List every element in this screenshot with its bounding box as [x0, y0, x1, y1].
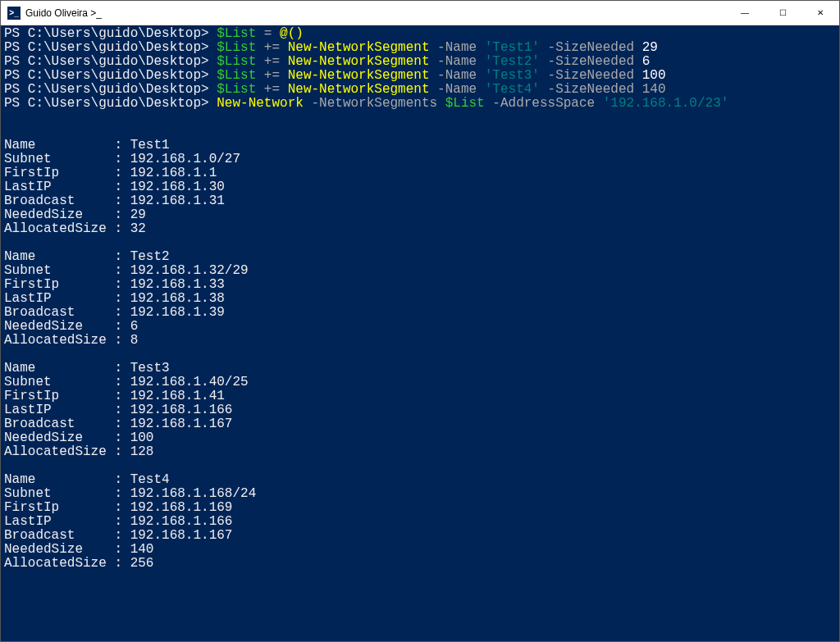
close-icon: ✕ [817, 8, 824, 17]
terminal-area[interactable]: PS C:\Users\guido\Desktop> $List = @() P… [1, 25, 839, 641]
powershell-icon: >_ [7, 7, 21, 20]
param-name: -Name [430, 40, 485, 55]
string: 'Test4' [485, 82, 540, 97]
operator: += [256, 54, 287, 69]
string: 'Test2' [485, 54, 540, 69]
close-button[interactable]: ✕ [801, 1, 839, 25]
param-name: -SizeNeeded [540, 82, 642, 97]
cmdlet: New-NetworkSegment [288, 40, 430, 55]
variable: $List [217, 40, 256, 55]
operator: += [256, 40, 287, 55]
cmdlet: New-NetworkSegment [288, 82, 430, 97]
prompt: PS C:\Users\guido\Desktop> [4, 82, 217, 97]
number: 29 [642, 40, 658, 55]
operator: += [256, 82, 287, 97]
minimize-button[interactable]: — [726, 1, 764, 25]
cmdlet: New-NetworkSegment [288, 54, 430, 69]
param-name: -SizeNeeded [540, 68, 642, 83]
window-controls: — ☐ ✕ [726, 1, 839, 25]
variable: $List [217, 54, 256, 69]
string: 'Test3' [485, 68, 540, 83]
maximize-button[interactable]: ☐ [764, 1, 801, 25]
prompt: PS C:\Users\guido\Desktop> [4, 68, 217, 83]
prompt: PS C:\Users\guido\Desktop> [4, 40, 217, 55]
param-name: -Name [430, 82, 485, 97]
string: 'Test1' [485, 40, 540, 55]
string: '192.168.1.0/23' [603, 96, 729, 111]
titlebar[interactable]: >_ Guido Oliveira >_ — ☐ ✕ [1, 1, 839, 25]
window-title: Guido Oliveira >_ [25, 7, 726, 19]
maximize-icon: ☐ [779, 8, 787, 17]
operator: += [256, 68, 287, 83]
variable: $List [217, 26, 256, 41]
param-name: -Name [430, 54, 485, 69]
operator: = [256, 26, 280, 41]
param-name: -NetworkSegments [304, 96, 445, 111]
param-name: -Name [430, 68, 485, 83]
cmdlet: New-Network [217, 96, 304, 111]
param-name: -SizeNeeded [540, 40, 642, 55]
variable: $List [217, 68, 256, 83]
number: 6 [642, 54, 651, 69]
array-literal: @() [280, 26, 304, 41]
number: 100 [642, 68, 666, 83]
prompt: PS C:\Users\guido\Desktop> [4, 26, 217, 41]
output-block: Name : Test1 Subnet : 192.168.1.0/27 Fir… [4, 138, 256, 571]
prompt: PS C:\Users\guido\Desktop> [4, 96, 217, 111]
cmdlet: New-NetworkSegment [288, 68, 430, 83]
number: 140 [642, 82, 666, 97]
prompt: PS C:\Users\guido\Desktop> [4, 54, 217, 69]
variable: $List [445, 96, 485, 111]
variable: $List [217, 82, 256, 97]
param-name: -SizeNeeded [540, 54, 642, 69]
minimize-icon: — [741, 8, 749, 17]
param-name: -AddressSpace [485, 96, 603, 111]
powershell-window: >_ Guido Oliveira >_ — ☐ ✕ PS C:\Users\g… [0, 0, 840, 642]
